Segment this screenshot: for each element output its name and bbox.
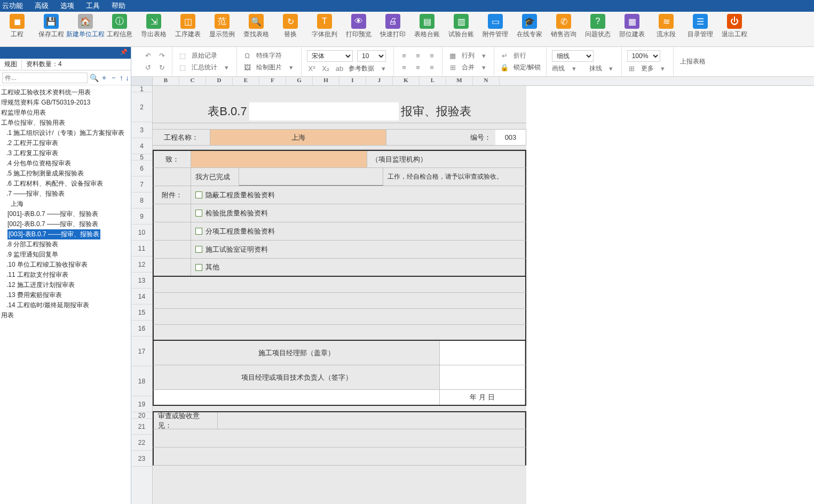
ribbon-10[interactable]: 👁打印预览 [342,14,376,46]
spreadsheet-grid[interactable]: 表B.0.7报审、报验表 工程名称： 上海 编号： 003 致： （项目监理机构… [153,86,814,504]
valign-t-icon[interactable]: ≡ [399,63,409,73]
tree-node-10[interactable]: .7 ——报审、报验表 [0,189,131,199]
opinion-field[interactable] [218,412,525,429]
fontsize-select[interactable]: 10 [357,50,386,62]
row-19[interactable]: 19 [131,396,152,412]
fold-button[interactable]: 折行 [513,51,526,60]
row-6[interactable]: 6 [131,161,152,177]
ribbon-21[interactable]: ⏻退出工程 [717,14,752,46]
row-21[interactable]: 21 [131,419,152,435]
row-8[interactable]: 8 [131,193,152,209]
proj-name-value[interactable]: 上海 [210,130,386,145]
tree-node-1[interactable]: 理规范资料库 GB/T50319-2013 [0,98,131,108]
more-button[interactable]: 更多 [641,64,654,73]
chk-1[interactable]: 检验批质量检验资料 [191,204,525,222]
superscript-icon[interactable]: X² [307,64,317,74]
ribbon-14[interactable]: ▭附件管理 [478,14,512,46]
down-icon[interactable]: ↓ [125,74,129,82]
row-20[interactable]: 20 [131,412,152,419]
total-stat-button[interactable]: 汇总统计 [192,63,217,72]
undo-icon[interactable]: ↶ [143,51,153,61]
ribbon-16[interactable]: ✆销售咨询 [547,14,581,46]
total-icon[interactable]: ⬚ [178,63,187,73]
tree-node-6[interactable]: .3 工程复工报审表 [0,148,131,158]
ribbon-15[interactable]: 🎓在线专家 [512,14,547,46]
menu-help[interactable]: 帮助 [112,1,125,11]
done-blank[interactable] [239,168,383,186]
tree-node-13[interactable]: [002]-表B.0.7 ——报审、报验表 [0,219,131,229]
col-J[interactable]: J [366,77,393,85]
col-F[interactable]: F [259,77,286,85]
col-I[interactable]: I [339,77,366,85]
ribbon-20[interactable]: ☰目录管理 [683,14,717,46]
number-value[interactable]: 003 [495,130,526,145]
search-icon[interactable]: 🔍 [90,74,98,82]
ribbon-18[interactable]: ▦部位建表 [615,14,649,46]
tree-node-5[interactable]: .2 工程开工报审表 [0,138,131,148]
row-22[interactable]: 22 [131,435,152,451]
tree-node-12[interactable]: [001]-表B.0.7 ——报审、报验表 [0,209,131,219]
row-11[interactable]: 11 [131,241,152,257]
ribbon-1[interactable]: 💾保存工程 [34,14,68,46]
chk-4[interactable]: 其他 [191,259,525,276]
tree-node-18[interactable]: .11 工程款支付报审表 [0,270,131,280]
col-H[interactable]: H [313,77,339,85]
ribbon-19[interactable]: ≋流水段 [649,14,683,46]
col-K[interactable]: K [393,77,420,85]
add-icon[interactable]: ＋ [100,73,108,83]
row-10[interactable]: 10 [131,225,152,241]
redo-icon[interactable]: ↷ [157,51,167,61]
tab-guitu[interactable]: 规图 [0,60,22,69]
tree-node-3[interactable]: 工单位报审、报验用表 [0,118,131,128]
row-23[interactable]: 23 [131,451,152,467]
ribbon-13[interactable]: ▥试验台账 [444,14,478,46]
tree-node-11[interactable]: 上海 [0,199,131,209]
draw-pic-button[interactable]: 绘制图片 [256,63,282,72]
row-17[interactable]: 17 [131,337,152,366]
row-15[interactable]: 15 [131,305,152,321]
tree-node-8[interactable]: .5 施工控制测量成果报验表 [0,169,131,179]
tree-node-15[interactable]: .8 分部工程报验表 [0,239,131,250]
minus-icon[interactable]: － [110,73,117,83]
raw-icon[interactable]: ⬚ [178,51,187,61]
ribbon-0[interactable]: ◼工程 [0,14,34,46]
tree-node-17[interactable]: .10 单位工程竣工验收报审表 [0,260,131,270]
valign-b-icon[interactable]: ≡ [427,63,437,73]
merge-button[interactable]: 合并 [462,63,475,72]
ribbon-7[interactable]: 🔍查找表格 [239,14,273,46]
align-l-icon[interactable]: ≡ [399,51,409,61]
nav-tree[interactable]: 工程竣工验收技术资料统一用表理规范资料库 GB/T50319-2013程监理单位… [0,85,131,504]
valign-m-icon[interactable]: ≡ [413,63,423,73]
chk-0[interactable]: 隐蔽工程质量检验资料 [191,186,525,204]
row-13[interactable]: 13 [131,273,152,289]
tree-node-22[interactable]: 用表 [0,310,131,321]
align-r-icon[interactable]: ≡ [427,51,437,61]
col-N[interactable]: N [473,77,500,85]
ribbon-4[interactable]: ⇲导出表格 [137,14,171,46]
row-3[interactable]: 3 [131,122,152,138]
col-L[interactable]: L [420,77,446,85]
lock-button[interactable]: 锁定/解锁 [513,63,541,72]
sign-dept-field[interactable] [440,341,525,365]
row-9[interactable]: 9 [131,209,152,225]
zoom-select[interactable]: 100% [627,50,660,62]
tree-node-0[interactable]: 工程竣工验收技术资料统一用表 [0,87,131,98]
date-field[interactable]: 年 月 日 [440,390,525,405]
redo2-icon[interactable]: ↻ [157,63,167,73]
align-c-icon[interactable]: ≡ [413,51,423,61]
menu-advanced[interactable]: 高级 [35,1,49,11]
line-select[interactable]: 细线 [552,50,594,62]
col-G[interactable]: G [286,77,313,85]
col-M[interactable]: M [446,77,473,85]
ribbon-8[interactable]: ↻替换 [273,14,307,46]
col-B[interactable]: B [153,77,179,85]
rows-button[interactable]: 行列 [462,51,475,60]
strike-icon[interactable]: ab [335,64,344,74]
row-12[interactable]: 12 [131,257,152,273]
corner-cell[interactable] [131,77,153,86]
tree-node-20[interactable]: .13 费用索赔报审表 [0,290,131,300]
ribbon-12[interactable]: ▤表格台账 [410,14,444,46]
ribbon-2[interactable]: 🏠新建单位工程 [68,14,102,46]
row-4[interactable]: 4 [131,138,152,154]
tree-node-21[interactable]: .14 工程临时/最终延期报审表 [0,300,131,310]
